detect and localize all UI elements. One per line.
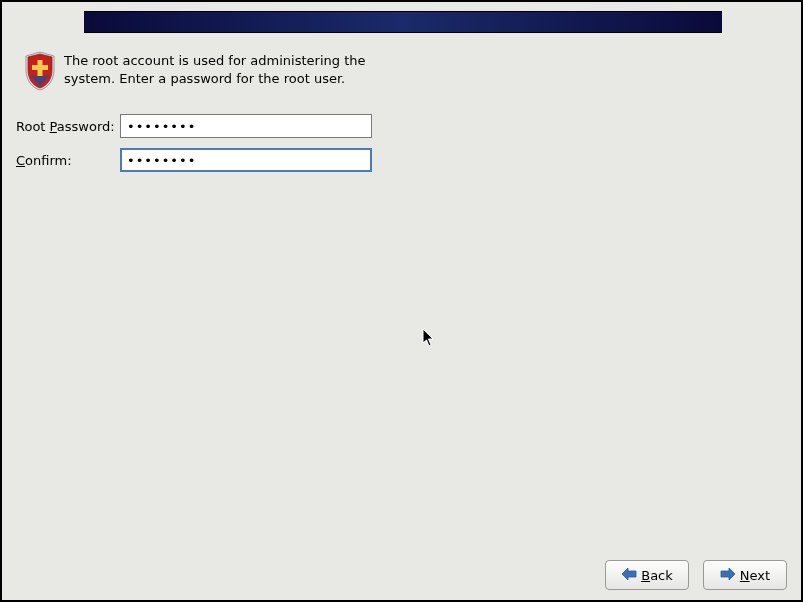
confirm-password-input[interactable] <box>120 148 372 172</box>
confirm-password-label: Confirm: <box>14 153 120 168</box>
root-password-label: Root Password: <box>14 119 120 134</box>
arrow-left-icon <box>621 567 637 584</box>
info-section: The root account is used for administeri… <box>22 50 384 92</box>
mouse-cursor-icon <box>422 328 436 348</box>
arrow-right-icon <box>720 567 736 584</box>
info-text: The root account is used for administeri… <box>64 50 384 87</box>
back-button[interactable]: Back <box>605 560 689 590</box>
next-button-label: Next <box>740 568 770 583</box>
root-password-input[interactable] <box>120 114 372 138</box>
password-form: Root Password: Confirm: <box>14 114 372 182</box>
svg-rect-1 <box>32 65 48 70</box>
shield-icon <box>22 50 58 92</box>
next-button[interactable]: Next <box>703 560 787 590</box>
back-button-label: Back <box>641 568 673 583</box>
navigation-buttons: Back Next <box>605 560 787 590</box>
header-banner <box>84 11 722 33</box>
